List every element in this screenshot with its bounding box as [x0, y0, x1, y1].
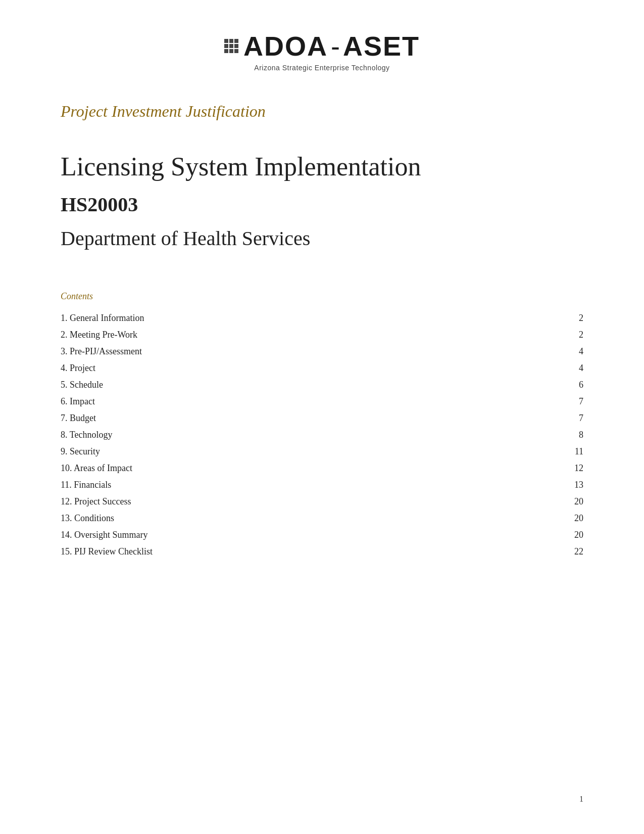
toc-label: 6. Impact [61, 396, 95, 407]
toc-item: 11. Financials13 [61, 477, 583, 493]
header: ADOA - ASET Arizona Strategic Enterprise… [61, 30, 583, 72]
toc-item: 3. Pre-PIJ/Assessment4 [61, 343, 583, 360]
toc-page-number: 7 [568, 413, 583, 424]
toc-page-number: 13 [568, 480, 583, 490]
toc-item: 12. Project Success20 [61, 493, 583, 510]
logo-subtitle: Arizona Strategic Enterprise Technology [254, 64, 389, 72]
toc-page-number: 11 [568, 446, 583, 457]
toc-page-number: 20 [568, 496, 583, 507]
toc-page-number: 12 [568, 463, 583, 474]
toc-item: 8. Technology8 [61, 427, 583, 443]
toc-label: 5. Schedule [61, 380, 103, 390]
toc-item: 2. Meeting Pre-Work2 [61, 327, 583, 343]
toc-label: 13. Conditions [61, 513, 114, 524]
logo-icon [224, 39, 238, 53]
toc-label: 3. Pre-PIJ/Assessment [61, 346, 142, 357]
toc-list: 1. General Information22. Meeting Pre-Wo… [61, 310, 583, 560]
logo-aset-text: ASET [343, 30, 420, 62]
logo-adoa-text: ADOA [243, 30, 328, 62]
toc-page-number: 6 [568, 380, 583, 390]
toc-label: 2. Meeting Pre-Work [61, 330, 137, 340]
toc-item: 15. PIJ Review Checklist22 [61, 543, 583, 560]
toc-item: 10. Areas of Impact12 [61, 460, 583, 477]
contents-section: Contents 1. General Information22. Meeti… [61, 291, 583, 560]
toc-label: 12. Project Success [61, 496, 131, 507]
toc-label: 15. PIJ Review Checklist [61, 546, 153, 557]
toc-page-number: 20 [568, 530, 583, 540]
toc-label: 7. Budget [61, 413, 96, 424]
page-number: 1 [579, 795, 583, 804]
toc-item: 9. Security11 [61, 443, 583, 460]
toc-page-number: 4 [568, 363, 583, 374]
toc-page-number: 2 [568, 330, 583, 340]
page: ADOA - ASET Arizona Strategic Enterprise… [0, 0, 644, 834]
main-title: Licensing System Implementation [61, 151, 583, 182]
project-code: HS20003 [61, 193, 583, 216]
contents-heading: Contents [61, 291, 583, 302]
toc-label: 14. Oversight Summary [61, 530, 148, 540]
project-investment-title: Project Investment Justification [61, 102, 583, 121]
toc-label: 9. Security [61, 446, 100, 457]
logo-dash: - [331, 30, 340, 62]
toc-item: 4. Project4 [61, 360, 583, 377]
toc-item: 1. General Information2 [61, 310, 583, 327]
toc-page-number: 8 [568, 430, 583, 440]
toc-page-number: 2 [568, 313, 583, 323]
toc-label: 1. General Information [61, 313, 144, 323]
toc-label: 10. Areas of Impact [61, 463, 132, 474]
toc-label: 11. Financials [61, 480, 111, 490]
toc-item: 13. Conditions20 [61, 510, 583, 527]
toc-page-number: 22 [568, 546, 583, 557]
logo-container: ADOA - ASET Arizona Strategic Enterprise… [224, 30, 420, 72]
department-title: Department of Health Services [61, 226, 583, 251]
toc-item: 5. Schedule6 [61, 377, 583, 393]
toc-item: 14. Oversight Summary20 [61, 527, 583, 543]
toc-label: 4. Project [61, 363, 95, 374]
toc-item: 7. Budget7 [61, 410, 583, 427]
toc-page-number: 4 [568, 346, 583, 357]
toc-label: 8. Technology [61, 430, 112, 440]
toc-page-number: 20 [568, 513, 583, 524]
toc-item: 6. Impact7 [61, 393, 583, 410]
toc-page-number: 7 [568, 396, 583, 407]
